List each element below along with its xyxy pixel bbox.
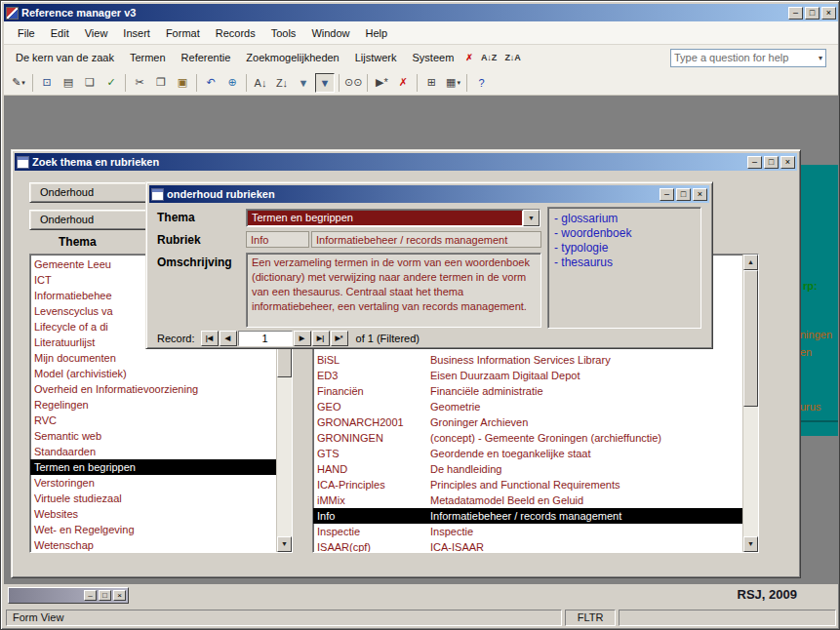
close-button[interactable]: × <box>821 7 836 20</box>
menu-item-help[interactable]: Help <box>358 24 396 42</box>
theme-list-item[interactable]: RVC <box>30 413 276 428</box>
theme-list-item[interactable]: Regelingen <box>30 397 276 413</box>
thema-combobox[interactable]: Termen en begrippen ▼ <box>246 209 540 227</box>
sort-descending-icon[interactable]: Z↓A <box>500 51 525 64</box>
close-button[interactable]: × <box>780 156 795 169</box>
print-icon[interactable]: ▤ <box>59 73 78 93</box>
toolbar-button-de-kern-van-de-zaak[interactable]: De kern van de zaak <box>8 48 122 67</box>
rubric-list-item[interactable]: ISAAR(cpf)ICA-ISAAR <box>313 539 742 552</box>
minimized-window[interactable]: –□× <box>8 587 129 604</box>
main-titlebar[interactable]: Reference manager v3 –□× <box>4 4 838 21</box>
apply-filter-icon[interactable]: ▼ <box>315 73 335 93</box>
record-number-field[interactable]: 1 <box>238 331 293 346</box>
copy-icon[interactable]: ❐ <box>151 73 171 93</box>
paste-icon[interactable]: ▣ <box>173 73 192 93</box>
cut-icon[interactable]: ✂ <box>130 73 149 93</box>
maximize-button[interactable]: □ <box>676 188 691 201</box>
sort-ascending-icon[interactable]: A↓Z <box>477 51 501 64</box>
rubric-list-item[interactable]: GEOGeometrie <box>313 399 742 414</box>
rubric-list-item[interactable]: BiSLBusiness Information Services Librar… <box>313 352 742 368</box>
menu-item-edit[interactable]: Edit <box>43 24 77 42</box>
new-object-icon[interactable]: ▦▾ <box>443 73 462 93</box>
zoek-thema-titlebar[interactable]: Zoek thema en rubrieken –□× <box>15 153 797 171</box>
dialog-titlebar[interactable]: onderhoud rubrieken –□× <box>149 185 709 203</box>
scroll-down-icon[interactable]: ▼ <box>743 536 758 552</box>
rubriek-value-field[interactable]: Informatiebeheer / records management <box>311 231 541 248</box>
minimize-button[interactable]: – <box>84 590 97 601</box>
rubric-list-item[interactable]: GRONARCH2001Groninger Archieven <box>313 414 742 430</box>
minimize-button[interactable]: – <box>660 188 674 201</box>
minimize-button[interactable]: – <box>747 156 762 169</box>
rubric-list-item[interactable]: HANDDe handleiding <box>313 461 742 477</box>
toolbar-button-lijstwerk[interactable]: Lijstwerk <box>347 48 405 67</box>
menu-item-format[interactable]: Format <box>158 24 208 42</box>
save-icon[interactable]: ⊡ <box>37 73 57 93</box>
theme-list-item[interactable]: Mijn documenten <box>30 350 276 366</box>
theme-list-item[interactable]: Wet- en Regelgeving <box>30 522 276 537</box>
hyperlink-icon[interactable]: ⊕ <box>222 73 242 93</box>
find-icon[interactable]: ⊙⊙ <box>343 73 363 93</box>
chevron-down-icon[interactable]: ▾ <box>819 54 822 62</box>
rubric-list-scrollbar[interactable]: ▲ ▼ <box>742 255 758 552</box>
scroll-up-icon[interactable]: ▲ <box>743 255 758 270</box>
rubric-list-item[interactable]: ICA-PrinciplesPrinciples and Functional … <box>313 477 742 492</box>
keyword-listbox[interactable]: - glossarium- woordenboek- typologie- th… <box>547 207 701 329</box>
menu-item-window[interactable]: Window <box>303 24 357 42</box>
previous-record-button[interactable]: ◀ <box>220 331 237 346</box>
filter-by-selection-icon[interactable]: ▼ <box>294 73 313 93</box>
theme-list-item[interactable]: Semantic web <box>30 428 276 444</box>
scroll-thumb[interactable] <box>743 270 758 407</box>
new-record-button[interactable]: ▶* <box>331 331 348 346</box>
theme-list-item[interactable]: Virtuele studiezaal <box>30 491 276 506</box>
rubric-list-item[interactable]: ED3Eisen Duurzaam Digitaal Depot <box>313 368 742 383</box>
toolbar-button-systeem[interactable]: Systeem <box>405 48 462 67</box>
theme-list-item[interactable]: Overheid en Informatievoorziening <box>30 381 276 397</box>
rubric-list-item[interactable]: GRONINGEN(concept) - Gemeente Groningen … <box>313 430 742 446</box>
menu-item-file[interactable]: File <box>10 24 43 42</box>
menu-item-view[interactable]: View <box>77 24 116 42</box>
print-preview-icon[interactable]: ❏ <box>80 73 100 93</box>
menu-item-insert[interactable]: Insert <box>115 24 158 42</box>
help-search-box[interactable]: ▾ <box>670 49 826 67</box>
theme-list-item[interactable]: Model (archivistiek) <box>30 366 276 381</box>
toolbar-button-referentie[interactable]: Referentie <box>174 48 239 67</box>
next-record-button[interactable]: ▶ <box>294 331 311 346</box>
theme-list-item[interactable]: Websites <box>30 506 276 522</box>
theme-list-item[interactable]: Termen en begrippen <box>30 459 276 475</box>
rubric-list-item[interactable]: InspectieInspectie <box>313 524 742 539</box>
scroll-down-icon[interactable]: ▼ <box>277 536 292 552</box>
rubric-list-item[interactable]: FinanciënFinanciële administratie <box>313 383 742 399</box>
rubric-list-item[interactable]: iMMixMetadatamodel Beeld en Geluid <box>313 492 742 508</box>
first-record-button[interactable]: |◀ <box>201 331 219 346</box>
view-design-icon[interactable]: ✎▾ <box>9 73 28 93</box>
toolbar-button-zoekmogelijkheden[interactable]: Zoekmogelijkheden <box>238 48 346 67</box>
rubric-list-item[interactable]: GTSGeordende en toegankelijke staat <box>313 446 742 461</box>
minimize-button[interactable]: – <box>788 7 803 20</box>
sort-descending-icon[interactable]: Z↓ <box>272 73 292 93</box>
sort-ascending-icon[interactable]: A↓ <box>251 73 270 93</box>
database-window-icon[interactable]: ⊞ <box>421 73 441 93</box>
help-icon[interactable]: ? <box>471 73 491 93</box>
last-record-button[interactable]: ▶| <box>312 331 330 346</box>
maximize-button[interactable]: □ <box>764 156 779 169</box>
delete-record-icon[interactable]: ✗ <box>393 73 413 93</box>
maximize-button[interactable]: □ <box>99 590 111 601</box>
theme-list-item[interactable]: Standaarden <box>30 444 276 459</box>
menu-item-tools[interactable]: Tools <box>263 24 304 42</box>
theme-list-item[interactable]: Wetenschap <box>30 537 276 552</box>
help-search-input[interactable] <box>674 52 819 63</box>
new-record-icon[interactable]: ▶* <box>372 73 391 93</box>
toolbar-button-termen[interactable]: Termen <box>122 48 174 67</box>
theme-list-item[interactable]: Verstoringen <box>30 475 276 491</box>
dropdown-arrow-icon[interactable]: ▼ <box>523 210 540 226</box>
remove-filter-sort-icon[interactable]: ✗ <box>461 51 477 64</box>
close-button[interactable]: × <box>113 590 126 601</box>
rubric-list-item[interactable]: InfoInformatiebeheer / records managemen… <box>313 508 742 524</box>
undo-icon[interactable]: ↶ <box>201 73 220 93</box>
maximize-button[interactable]: □ <box>805 7 820 20</box>
omschrijving-textarea[interactable]: Een verzameling termen in de vorm van ee… <box>246 253 541 328</box>
rubriek-code-field[interactable]: Info <box>246 231 309 248</box>
menu-item-records[interactable]: Records <box>208 24 263 42</box>
spelling-icon[interactable]: ✓ <box>101 73 121 93</box>
close-button[interactable]: × <box>693 188 707 201</box>
